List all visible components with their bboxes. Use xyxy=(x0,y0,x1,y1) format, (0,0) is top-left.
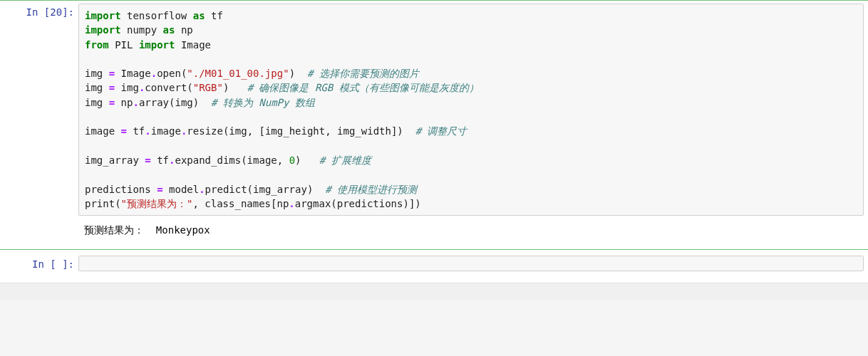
input-prompt: In [20]: xyxy=(0,1,78,219)
notebook-container: In [20]: import tensorflow as tf import … xyxy=(0,0,868,283)
kw-import: import xyxy=(85,10,121,21)
input-prompt-2: In [ ]: xyxy=(0,253,78,274)
prompt-prefix: In xyxy=(26,6,44,18)
output-row-1: 预测结果为： Monkeypox xyxy=(0,219,868,250)
prompt-count: [20]: xyxy=(44,6,74,18)
output-text: 预测结果为： Monkeypox xyxy=(78,219,868,245)
output-prompt xyxy=(0,219,78,245)
code-cell-2[interactable]: In [ ]: xyxy=(0,250,868,278)
code-input-empty[interactable] xyxy=(78,256,864,271)
code-input[interactable]: import tensorflow as tf import numpy as … xyxy=(78,4,864,216)
code-cell-1[interactable]: In [20]: import tensorflow as tf import … xyxy=(0,0,868,219)
page-background xyxy=(0,283,868,300)
